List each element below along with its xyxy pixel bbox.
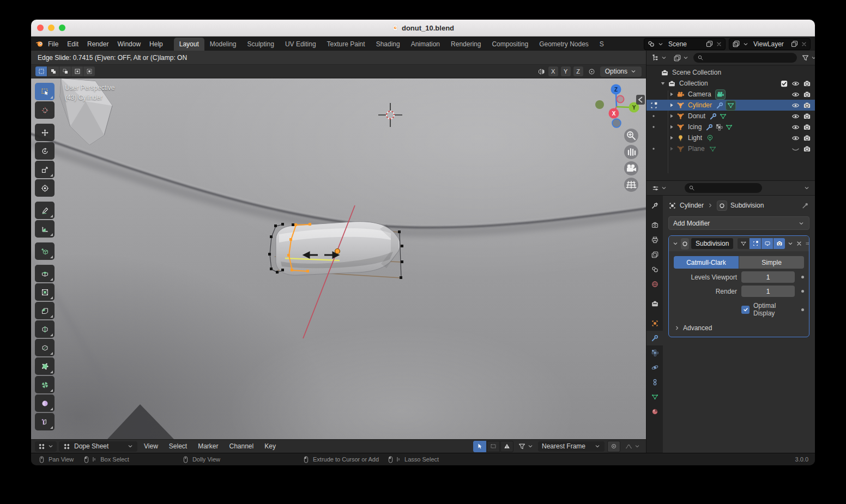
tool-cursor[interactable]: [35, 101, 55, 119]
mirror-x-button[interactable]: X: [548, 66, 558, 76]
hide-viewport-toggle[interactable]: [790, 134, 801, 142]
menu-file[interactable]: File: [44, 39, 63, 50]
tab-sculpting[interactable]: Sculpting: [242, 38, 280, 51]
tool-loop-cut[interactable]: [35, 320, 55, 338]
viewlayer-selector[interactable]: ViewLayer: [729, 38, 811, 50]
expand-toggle[interactable]: [667, 91, 675, 98]
zoom-window-button[interactable]: [59, 25, 65, 31]
simple-button[interactable]: Simple: [739, 256, 804, 269]
optimal-display-checkbox[interactable]: [741, 306, 750, 314]
outliner-row-donut[interactable]: Donut: [646, 111, 815, 122]
mirror-icon[interactable]: [537, 68, 546, 76]
tool-rotate[interactable]: [35, 142, 55, 160]
mesh-data-icon[interactable]: [725, 123, 733, 131]
tool-spin[interactable]: [35, 376, 55, 393]
collapse-chevron-icon[interactable]: [672, 240, 679, 247]
tab-layout[interactable]: Layout: [174, 38, 204, 51]
only-selected-toggle[interactable]: [473, 441, 486, 452]
properties-search-input[interactable]: [698, 184, 758, 192]
outliner-row-plane[interactable]: Plane: [646, 143, 815, 154]
tab-modifiers[interactable]: [646, 331, 663, 345]
modifier-extras-icon[interactable]: [787, 240, 794, 247]
tab-material[interactable]: [646, 404, 663, 419]
tab-geometry-nodes[interactable]: Geometry Nodes: [534, 38, 594, 51]
outliner-row-scene-collection[interactable]: Scene Collection: [646, 67, 815, 78]
modifier-wrench-icon[interactable]: [709, 112, 717, 120]
hide-viewport-toggle[interactable]: [790, 101, 801, 110]
tab-world[interactable]: [646, 277, 663, 292]
mirror-y-button[interactable]: Y: [561, 66, 571, 76]
catmull-clark-button[interactable]: Catmull-Clark: [674, 256, 739, 269]
expand-toggle[interactable]: [667, 124, 675, 130]
mirror-z-button[interactable]: Z: [573, 66, 583, 76]
new-viewlayer-icon[interactable]: [790, 40, 799, 48]
render-display-toggle[interactable]: [774, 238, 785, 249]
particles-icon[interactable]: [715, 123, 723, 131]
select-subtract-button[interactable]: [59, 66, 71, 76]
blender-logo-icon[interactable]: [35, 40, 44, 48]
modifier-wrench-icon[interactable]: [716, 101, 724, 110]
tab-rendering[interactable]: Rendering: [445, 38, 486, 51]
tab-output[interactable]: [646, 233, 663, 247]
tool-smooth[interactable]: [35, 394, 55, 412]
tab-scripting-truncated[interactable]: S: [594, 38, 609, 51]
advanced-section-toggle[interactable]: Advanced: [674, 324, 804, 332]
expand-toggle[interactable]: [667, 102, 675, 108]
tab-collection[interactable]: [646, 296, 663, 311]
snap-mode-select[interactable]: Nearest Frame: [538, 441, 605, 452]
menu-window[interactable]: Window: [113, 39, 145, 50]
light-data-icon[interactable]: [706, 134, 714, 142]
disable-render-toggle[interactable]: [801, 123, 813, 131]
outliner-editor-type-button[interactable]: [650, 53, 669, 63]
tab-render[interactable]: [646, 218, 663, 233]
properties-options-button[interactable]: [802, 184, 812, 192]
menu-render[interactable]: Render: [83, 39, 113, 50]
disable-render-toggle[interactable]: [801, 80, 813, 88]
tab-tool[interactable]: [646, 198, 663, 213]
menu-help[interactable]: Help: [145, 39, 167, 50]
hide-viewport-toggle[interactable]: [790, 80, 801, 88]
delete-modifier-icon[interactable]: [796, 240, 802, 247]
tab-modeling[interactable]: Modeling: [204, 38, 242, 51]
editor-type-button[interactable]: [35, 441, 57, 452]
disable-render-toggle[interactable]: [801, 112, 813, 120]
menu-select[interactable]: Select: [165, 442, 191, 450]
menu-view[interactable]: View: [140, 442, 162, 450]
on-cage-toggle[interactable]: [738, 238, 749, 249]
hide-viewport-toggle[interactable]: [790, 90, 801, 99]
outliner-row-collection[interactable]: Collection: [646, 78, 815, 89]
options-button[interactable]: Options: [600, 66, 642, 77]
edit-mode-display-toggle[interactable]: [750, 238, 761, 249]
close-window-button[interactable]: [37, 25, 44, 31]
menu-edit[interactable]: Edit: [63, 39, 83, 50]
tool-select-box[interactable]: [35, 83, 55, 100]
tool-measure[interactable]: [35, 220, 55, 238]
outliner-search[interactable]: [693, 53, 797, 63]
minimize-window-button[interactable]: [48, 25, 55, 31]
mesh-data-icon[interactable]: [719, 112, 727, 120]
menu-key[interactable]: Key: [260, 442, 280, 450]
expand-toggle[interactable]: [658, 80, 667, 87]
select-intersect-button[interactable]: [83, 66, 95, 76]
levels-viewport-field[interactable]: 1: [741, 271, 795, 283]
outliner-row-cylinder[interactable]: Cylinder: [646, 100, 815, 111]
tab-animation[interactable]: Animation: [406, 38, 445, 51]
proportional-edit-toggle[interactable]: [607, 441, 620, 452]
outliner-filter-button[interactable]: [800, 53, 815, 63]
menu-channel[interactable]: Channel: [225, 442, 258, 450]
tab-scene[interactable]: [646, 262, 663, 277]
proportional-editing-icon[interactable]: [588, 68, 596, 76]
tool-bevel[interactable]: [35, 302, 55, 319]
remove-viewlayer-icon[interactable]: [801, 41, 807, 47]
outliner-row-icing[interactable]: Icing: [646, 122, 815, 132]
disable-render-toggle[interactable]: [801, 145, 813, 153]
select-invert-button[interactable]: [71, 66, 83, 76]
new-scene-icon[interactable]: [705, 40, 714, 48]
tab-shading[interactable]: Shading: [371, 38, 406, 51]
tool-annotate[interactable]: [35, 202, 55, 219]
show-errors-toggle[interactable]: [500, 441, 513, 452]
realtime-display-toggle[interactable]: [762, 238, 773, 249]
tool-scale[interactable]: [35, 161, 55, 178]
tool-knife[interactable]: [35, 339, 55, 356]
tab-object-data[interactable]: [646, 390, 663, 404]
